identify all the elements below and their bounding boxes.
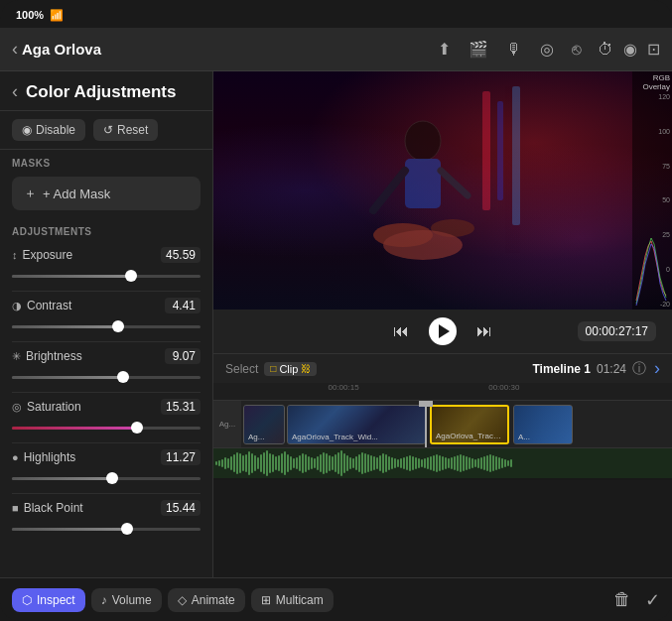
waveform-bar (424, 458, 426, 468)
waveform-bar (340, 450, 342, 476)
clip-badge-label: Clip (279, 363, 298, 375)
highlights-icon: ● (12, 451, 19, 463)
brightness-slider[interactable] (12, 368, 201, 386)
add-mask-button[interactable]: ＋ + Add Mask (12, 177, 201, 210)
saturation-icon: ◎ (12, 401, 22, 414)
volume-button[interactable]: ♪ Volume (91, 588, 162, 612)
crop-icon[interactable]: ⊡ (647, 40, 660, 59)
contrast-slider[interactable] (12, 317, 201, 335)
confirm-button[interactable]: ✓ (645, 589, 660, 611)
delete-button[interactable]: 🗑 (613, 589, 631, 610)
svg-line-5 (373, 171, 405, 210)
waveform-bar (352, 458, 354, 468)
waveform-bar (278, 455, 280, 471)
contrast-icon: ◑ (12, 300, 22, 312)
waveform-bars (213, 448, 672, 478)
waveform-bar (403, 457, 405, 469)
clip-2[interactable]: AgaOrlova_Track_Wid... (287, 405, 426, 444)
saturation-value: 15.31 (161, 399, 201, 415)
svg-point-3 (405, 121, 441, 161)
waveform-bar (355, 456, 357, 470)
skip-back-button[interactable]: ⏮ (393, 322, 409, 340)
select-label: Select (225, 362, 258, 376)
clip-4[interactable]: A... (513, 405, 573, 444)
adjustment-contrast: ◑ Contrast 4.41 (0, 292, 212, 341)
waveform-bar (224, 457, 226, 469)
audio-track (213, 448, 672, 478)
multicam-icon: ⊞ (261, 593, 271, 607)
waveform-bar (379, 455, 381, 471)
waveform-bar (474, 459, 476, 467)
blackpoint-value: 15.44 (161, 500, 201, 516)
timeline-scroll-right[interactable]: › (654, 358, 660, 379)
volume-icon: ♪ (101, 593, 107, 607)
waveform-bar (436, 454, 438, 472)
waveform-bar (457, 455, 459, 471)
waveform-bar (501, 458, 503, 468)
export-icon[interactable]: ⎋ (572, 41, 582, 59)
time-display: 00:00:27:17 (578, 321, 656, 341)
saturation-label: Saturation (27, 400, 81, 414)
clip-3[interactable]: AgaOrlova_Track_CU03 (430, 405, 509, 444)
exposure-slider[interactable] (12, 267, 201, 285)
toolbar-icons: ⬆ 🎬 🎙 ◎ ⎋ (438, 40, 582, 59)
inspect-label: Inspect (37, 593, 75, 607)
waveform-bar (308, 456, 310, 470)
waveform-bar (349, 457, 351, 469)
panel-actions: ◉ Disable ↺ Reset (0, 111, 212, 150)
info-icon[interactable]: ⓘ (632, 360, 646, 378)
clip-chain-icon: ⛓ (301, 363, 311, 374)
eye-icon[interactable]: ◉ (623, 40, 637, 59)
mic-icon[interactable]: 🎙 (506, 41, 522, 59)
share-icon[interactable]: ⬆ (438, 40, 451, 59)
waveform-bar (311, 457, 313, 469)
bottom-toolbar: ⬡ Inspect ♪ Volume ◇ Animate ⊞ Multicam … (0, 577, 672, 621)
histogram-chart (634, 226, 668, 306)
waveform-bar (430, 456, 432, 470)
blackpoint-slider[interactable] (12, 520, 201, 538)
project-title: Aga Orlova (22, 41, 438, 58)
video-track: Ag... Ag... AgaOrlova_Track_Wid... (213, 401, 672, 448)
timeline-tracks: Ag... Ag... AgaOrlova_Track_Wid... (213, 401, 672, 480)
adjustment-brightness: ✳ Brightness 9.07 (0, 342, 212, 392)
waveform-bar (510, 459, 512, 467)
location-icon[interactable]: ◎ (540, 40, 554, 59)
timer-icon[interactable]: ⏱ (598, 41, 613, 59)
timeline-ruler: 00:00:15 00:00:30 (213, 383, 672, 401)
brightness-label: Brightness (26, 349, 82, 363)
camera-icon[interactable]: 🎬 (469, 40, 488, 59)
waveform-bar (415, 457, 417, 469)
waveform-bar (260, 454, 262, 472)
back-button[interactable]: ‹ (12, 39, 18, 60)
animate-button[interactable]: ◇ Animate (168, 588, 245, 612)
timeline-header: Select □ Clip ⛓ Timeline 1 01:24 ⓘ › (213, 353, 672, 383)
inspect-button[interactable]: ⬡ Inspect (12, 588, 85, 612)
waveform-bar (257, 457, 259, 469)
highlights-slider[interactable] (12, 469, 201, 487)
track-label: Ag... (213, 401, 241, 447)
clip-2-label: AgaOrlova_Track_Wid... (292, 433, 378, 441)
timeline-duration: 01:24 (597, 362, 626, 376)
saturation-slider[interactable] (12, 419, 201, 436)
clip-3-label: AgaOrlova_Track_CU03 (436, 432, 503, 440)
disable-button[interactable]: ◉ Disable (12, 119, 85, 141)
waveform-bar (445, 457, 447, 469)
scene-figure (324, 81, 562, 300)
waveform-bar (221, 459, 223, 467)
waveform-bar (269, 453, 271, 473)
play-button[interactable] (429, 317, 457, 345)
clip-badge[interactable]: □ Clip ⛓ (264, 362, 317, 376)
waveform-bar (370, 455, 372, 471)
panel-back-button[interactable]: ‹ (12, 81, 18, 102)
multicam-button[interactable]: ⊞ Multicam (251, 588, 334, 612)
clip-1[interactable]: Ag... (243, 405, 285, 444)
skip-forward-button[interactable]: ⏭ (476, 322, 492, 340)
waveform-bar (358, 454, 360, 472)
waveform-bar (421, 459, 423, 467)
waveform-bar (329, 455, 331, 471)
exposure-value: 45.59 (161, 247, 201, 263)
waveform-bar (471, 458, 473, 468)
reset-icon: ↺ (103, 123, 113, 137)
main-layout: ‹ Color Adjustments ◉ Disable ↺ Reset MA… (0, 71, 672, 577)
reset-button[interactable]: ↺ Reset (93, 119, 158, 141)
